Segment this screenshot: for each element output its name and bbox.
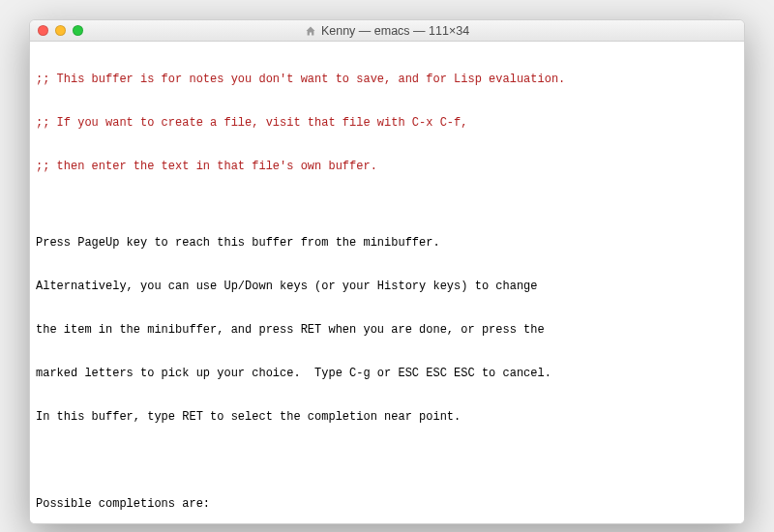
terminal-window: Kenny — emacs — 111×34 ;; This buffer is… [29,19,745,524]
emacs-frame[interactable]: ;; This buffer is for notes you don't wa… [30,42,744,523]
window-title: Kenny — emacs — 111×34 [321,24,469,38]
close-icon[interactable] [38,25,48,36]
completions-help: Press PageUp key to reach this buffer fr… [36,236,738,251]
completions-help: marked letters to pick up your choice. T… [36,367,738,381]
completions-heading: Possible completions are: [36,497,738,512]
traffic-lights [38,25,83,36]
completions-help: In this buffer, type RET to select the c… [36,410,738,425]
scratch-line: ;; then enter the text in that file's ow… [36,160,738,174]
completions-help: the item in the minibuffer, and press RE… [36,323,738,338]
blank-line [36,454,738,468]
window-title-wrap: Kenny — emacs — 111×34 [30,24,744,38]
home-icon [305,25,316,37]
scratch-line: ;; This buffer is for notes you don't wa… [36,73,738,87]
completions-buffer[interactable]: Press PageUp key to reach this buffer fr… [30,205,744,524]
maximize-icon[interactable] [73,25,83,36]
scratch-line: ;; If you want to create a file, visit t… [36,116,738,131]
titlebar[interactable]: Kenny — emacs — 111×34 [30,20,744,42]
completions-help: Alternatively, you can use Up/Down keys … [36,280,738,294]
scratch-buffer[interactable]: ;; This buffer is for notes you don't wa… [30,42,744,205]
minimize-icon[interactable] [55,25,66,36]
